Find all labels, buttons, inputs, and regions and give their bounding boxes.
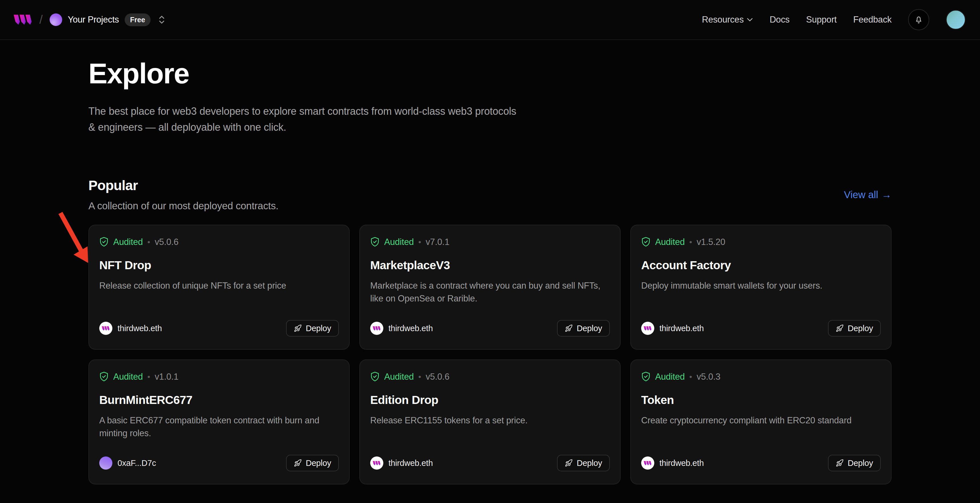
popular-title: Popular bbox=[88, 177, 278, 193]
thirdweb-mini-logo-icon bbox=[373, 326, 381, 331]
shield-check-icon bbox=[99, 371, 109, 382]
audited-badge: Audited bbox=[384, 372, 414, 382]
shield-check-icon bbox=[641, 237, 651, 247]
card-footer: thirdweb.eth Deploy bbox=[370, 320, 610, 337]
thirdweb-mini-logo-icon bbox=[644, 460, 652, 466]
badge-row: Audited • v1.5.20 bbox=[641, 237, 881, 247]
publisher-link[interactable]: thirdweb.eth bbox=[641, 457, 704, 469]
deploy-button[interactable]: Deploy bbox=[286, 320, 339, 337]
shield-check-icon bbox=[370, 371, 380, 382]
badge-row: Audited • v1.0.1 bbox=[99, 371, 339, 382]
contract-card-edition-drop[interactable]: Audited • v5.0.6 Edition Drop Release ER… bbox=[360, 359, 620, 484]
resources-label: Resources bbox=[702, 14, 743, 25]
contract-title: Token bbox=[641, 393, 881, 407]
nav-link-support[interactable]: Support bbox=[806, 14, 837, 25]
deploy-label: Deploy bbox=[577, 324, 602, 333]
audited-badge: Audited bbox=[655, 237, 685, 247]
rocket-icon bbox=[565, 324, 573, 332]
view-all-link[interactable]: View all → bbox=[844, 189, 892, 200]
page-subtitle: The best place for web3 developers to ex… bbox=[88, 103, 522, 135]
contract-card-account-factory[interactable]: Audited • v1.5.20 Account Factory Deploy… bbox=[630, 225, 892, 350]
top-navbar: / Your Projects Free Resources Docs Supp… bbox=[0, 0, 980, 40]
bell-icon bbox=[914, 14, 923, 25]
project-name: Your Projects bbox=[68, 14, 119, 25]
nav-link-docs[interactable]: Docs bbox=[770, 14, 789, 25]
card-footer: thirdweb.eth Deploy bbox=[99, 320, 339, 337]
popular-heading-group: Popular A collection of our most deploye… bbox=[88, 177, 278, 212]
contract-title: NFT Drop bbox=[99, 259, 339, 272]
publisher-avatar bbox=[641, 457, 654, 469]
publisher-link[interactable]: thirdweb.eth bbox=[641, 322, 704, 335]
publisher-name: thirdweb.eth bbox=[388, 458, 433, 468]
contract-card-marketplacev3[interactable]: Audited • v7.0.1 MarketplaceV3 Marketpla… bbox=[360, 225, 620, 350]
contract-description: Create cryptocurrency compliant with ERC… bbox=[641, 414, 881, 427]
rocket-icon bbox=[565, 459, 573, 467]
dot-separator: • bbox=[418, 238, 421, 247]
rocket-icon bbox=[294, 324, 302, 332]
shield-check-icon bbox=[370, 237, 380, 247]
thirdweb-mini-logo-icon bbox=[373, 460, 381, 466]
page-title: Explore bbox=[88, 57, 892, 89]
contract-card-nft-drop[interactable]: Audited • v5.0.6 NFT Drop Release collec… bbox=[88, 225, 350, 350]
deploy-label: Deploy bbox=[848, 324, 873, 333]
contract-card-token[interactable]: Audited • v5.0.3 Token Create cryptocurr… bbox=[630, 359, 892, 484]
deploy-button[interactable]: Deploy bbox=[828, 320, 881, 337]
publisher-name: 0xaF...D7c bbox=[118, 458, 156, 468]
dot-separator: • bbox=[418, 372, 421, 382]
version-label: v7.0.1 bbox=[426, 237, 450, 247]
chevron-updown-icon[interactable] bbox=[158, 14, 166, 25]
audited-badge: Audited bbox=[113, 372, 143, 382]
dot-separator: • bbox=[148, 238, 150, 247]
breadcrumb-separator: / bbox=[39, 13, 43, 27]
nav-link-resources[interactable]: Resources bbox=[702, 14, 753, 25]
popular-subtitle: A collection of our most deployed contra… bbox=[88, 200, 278, 212]
contract-description: Release collection of unique NFTs for a … bbox=[99, 279, 339, 292]
contract-description: Deploy immutable smart wallets for your … bbox=[641, 279, 881, 292]
deploy-button[interactable]: Deploy bbox=[286, 455, 339, 471]
contract-description: A basic ERC677 compatible token contract… bbox=[99, 414, 339, 440]
rocket-icon bbox=[836, 324, 844, 332]
rocket-icon bbox=[294, 459, 302, 467]
deploy-label: Deploy bbox=[306, 324, 331, 333]
navbar-left-group: / Your Projects Free bbox=[14, 13, 166, 27]
publisher-name: thirdweb.eth bbox=[388, 324, 433, 333]
shield-check-icon bbox=[641, 371, 651, 382]
dot-separator: • bbox=[689, 238, 692, 247]
thirdweb-logo[interactable] bbox=[14, 13, 32, 26]
thirdweb-mini-logo-icon bbox=[644, 326, 652, 331]
card-footer: thirdweb.eth Deploy bbox=[370, 455, 610, 471]
badge-row: Audited • v7.0.1 bbox=[370, 237, 610, 247]
user-avatar[interactable] bbox=[946, 10, 966, 30]
publisher-link[interactable]: thirdweb.eth bbox=[99, 322, 162, 335]
audited-badge: Audited bbox=[113, 237, 143, 247]
version-label: v1.0.1 bbox=[155, 372, 178, 382]
card-footer: 0xaF...D7c Deploy bbox=[99, 455, 339, 471]
version-label: v5.0.6 bbox=[426, 372, 450, 382]
card-footer: thirdweb.eth Deploy bbox=[641, 320, 881, 337]
publisher-link[interactable]: 0xaF...D7c bbox=[99, 457, 156, 469]
publisher-avatar bbox=[99, 457, 112, 469]
project-switcher[interactable]: Your Projects Free bbox=[49, 13, 166, 26]
hero-section: Explore The best place for web3 develope… bbox=[88, 40, 892, 135]
publisher-avatar bbox=[99, 322, 112, 335]
publisher-link[interactable]: thirdweb.eth bbox=[370, 457, 433, 469]
dot-separator: • bbox=[689, 372, 692, 382]
thirdweb-logo-icon bbox=[14, 13, 32, 26]
card-footer: thirdweb.eth Deploy bbox=[641, 455, 881, 471]
contract-card-burnminterc677[interactable]: Audited • v1.0.1 BurnMintERC677 A basic … bbox=[88, 359, 350, 484]
deploy-label: Deploy bbox=[306, 458, 331, 468]
dot-separator: • bbox=[148, 372, 150, 382]
arrow-right-icon: → bbox=[881, 189, 892, 200]
publisher-link[interactable]: thirdweb.eth bbox=[370, 322, 433, 335]
deploy-button[interactable]: Deploy bbox=[557, 320, 610, 337]
publisher-avatar bbox=[370, 322, 383, 335]
rocket-icon bbox=[836, 459, 844, 467]
deploy-button[interactable]: Deploy bbox=[557, 455, 610, 471]
deploy-button[interactable]: Deploy bbox=[828, 455, 881, 471]
contract-title: Edition Drop bbox=[370, 393, 610, 407]
nav-link-feedback[interactable]: Feedback bbox=[853, 14, 892, 25]
contract-title: Account Factory bbox=[641, 259, 881, 272]
badge-row: Audited • v5.0.6 bbox=[370, 371, 610, 382]
notifications-button[interactable] bbox=[908, 9, 929, 30]
contract-description: Marketplace is a contract where you can … bbox=[370, 279, 610, 305]
